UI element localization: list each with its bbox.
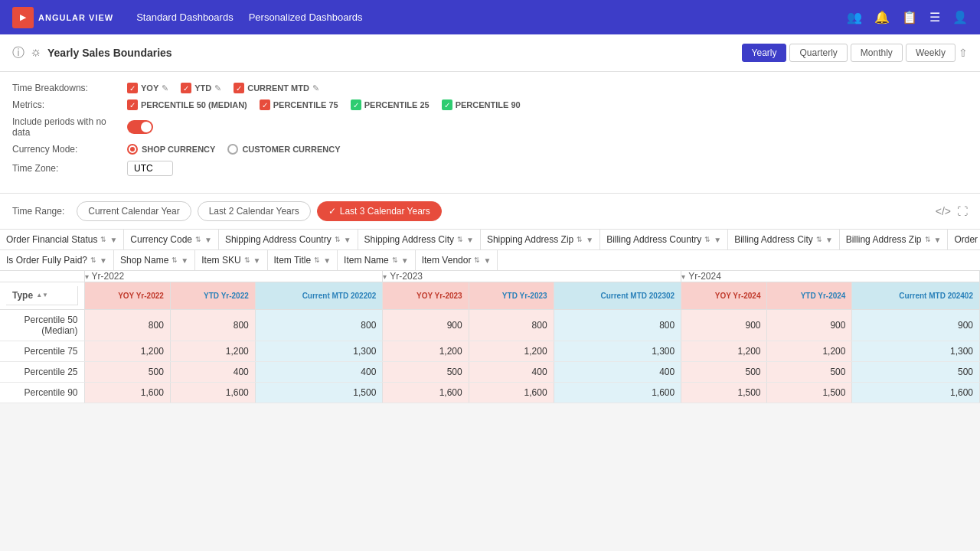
col-mtd-2023[interactable]: Current MTD 202302: [554, 282, 681, 310]
sort-item-sku-icon[interactable]: ⇅: [244, 256, 250, 264]
col-yoy-2024[interactable]: YOY Yr-2024: [681, 282, 767, 310]
filter-shipping-zip[interactable]: Shipping Address Zip ⇅ ▼: [481, 230, 600, 249]
sliders-icon[interactable]: ☰: [929, 10, 940, 24]
user-icon[interactable]: 👤: [952, 10, 968, 24]
tr-btn-current-year[interactable]: Current Calendar Year: [77, 201, 191, 221]
sort-shipping-country-icon[interactable]: ⇅: [335, 236, 341, 243]
include-periods-toggle[interactable]: [127, 120, 153, 134]
currency-mode-row: Currency Mode: SHOP CURRENCY CUSTOMER CU…: [12, 144, 968, 155]
filter-shop-name[interactable]: Shop Name ⇅ ▼: [114, 250, 195, 270]
funnel-item-sku-icon[interactable]: ▼: [253, 256, 261, 265]
help-icon[interactable]: ⓘ: [12, 45, 24, 61]
funnel-order-financial-icon[interactable]: ▼: [109, 236, 117, 244]
col-mtd-2022[interactable]: Current MTD 202202: [255, 282, 383, 310]
funnel-fully-paid-icon[interactable]: ▼: [100, 256, 107, 265]
caret-2023[interactable]: ▾: [383, 272, 387, 281]
funnel-shop-name-icon[interactable]: ▼: [181, 256, 188, 265]
edit-yoy-icon[interactable]: ✎: [162, 83, 168, 93]
checkbox-yoy-icon[interactable]: ✓: [127, 83, 138, 93]
nav-standard-dashboards[interactable]: Standard Dashboards: [136, 11, 233, 23]
funnel-shipping-zip-icon[interactable]: ▼: [586, 236, 593, 244]
radio-shop-currency[interactable]: SHOP CURRENCY: [127, 144, 215, 155]
filter-shipping-zip-label: Shipping Address Zip: [487, 234, 573, 245]
tr-btn-last3[interactable]: ✓ Last 3 Calendar Years: [317, 201, 442, 221]
data-table-wrapper: ▾ Yr-2022 ▾ Yr-2023 ▾ Yr-2024: [0, 271, 980, 403]
col-mtd-2024[interactable]: Current MTD 202402: [852, 282, 980, 310]
funnel-billing-zip-icon[interactable]: ▼: [934, 236, 942, 244]
funnel-currency-icon[interactable]: ▼: [204, 236, 212, 244]
sort-shipping-city-icon[interactable]: ⇅: [457, 236, 463, 243]
sort-fully-paid-icon[interactable]: ⇅: [90, 256, 96, 264]
checkbox-p50-icon[interactable]: ✓: [127, 99, 138, 110]
filter-fully-paid[interactable]: Is Order Fully Paid? ⇅ ▼: [0, 250, 114, 270]
col-yoy-2023[interactable]: YOY Yr-2023: [383, 282, 469, 310]
filter-currency-code[interactable]: Currency Code ⇅ ▼: [124, 230, 219, 249]
funnel-billing-city-icon[interactable]: ▼: [825, 236, 833, 244]
edit-mtd-icon[interactable]: ✎: [312, 83, 319, 93]
filter-item-name[interactable]: Item Name ⇅ ▼: [338, 250, 416, 270]
year-2024-label: Yr-2024: [688, 271, 721, 282]
filter-shipping-city-label: Shipping Address City: [364, 234, 454, 245]
col-yoy-2022[interactable]: YOY Yr-2022: [84, 282, 170, 310]
filter-order-financial[interactable]: Order Financial Status ⇅ ▼: [0, 230, 124, 249]
funnel-shipping-city-icon[interactable]: ▼: [466, 236, 474, 244]
bell-icon[interactable]: 🔔: [874, 10, 890, 24]
nav-personalized-dashboards[interactable]: Personalized Dashboards: [249, 11, 363, 23]
sort-shipping-zip-icon[interactable]: ⇅: [577, 236, 583, 243]
period-btn-weekly[interactable]: Weekly: [906, 44, 956, 62]
tune-icon[interactable]: ⛭: [31, 47, 41, 59]
period-btn-yearly[interactable]: Yearly: [742, 44, 787, 62]
sort-item-vendor-icon[interactable]: ⇅: [474, 256, 480, 264]
funnel-shipping-country-icon[interactable]: ▼: [344, 236, 351, 244]
period-btn-quarterly[interactable]: Quarterly: [789, 44, 847, 62]
filter-item-vendor[interactable]: Item Vendor ⇅ ▼: [416, 250, 498, 270]
code-icon[interactable]: </>: [936, 205, 951, 217]
filter-item-title[interactable]: Item Title ⇅ ▼: [268, 250, 338, 270]
caret-2024[interactable]: ▾: [681, 272, 685, 281]
checkbox-ytd-icon[interactable]: ✓: [181, 83, 191, 93]
period-btn-monthly[interactable]: Monthly: [851, 44, 903, 62]
col-ytd-2023[interactable]: YTD Yr-2023: [469, 282, 554, 310]
funnel-billing-country-icon[interactable]: ▼: [714, 236, 721, 244]
table-cell: 1,200: [170, 341, 255, 362]
filter-billing-city[interactable]: Billing Address City ⇅ ▼: [728, 230, 840, 249]
chevron-up-icon[interactable]: ⇧: [959, 47, 968, 59]
tr-btn-last2[interactable]: Last 2 Calendar Years: [198, 201, 311, 221]
radio-customer-currency[interactable]: CUSTOMER CURRENCY: [227, 144, 340, 155]
filter-billing-zip[interactable]: Billing Address Zip ⇅ ▼: [840, 230, 949, 249]
sort-shop-name-icon[interactable]: ⇅: [172, 256, 178, 264]
checkbox-mtd-icon[interactable]: ✓: [234, 83, 244, 93]
checkbox-p75-icon[interactable]: ✓: [260, 99, 270, 110]
brand-name: ANGULAR VIEW: [38, 13, 113, 22]
edit-ytd-icon[interactable]: ✎: [214, 83, 221, 93]
toggle-on-icon[interactable]: [127, 120, 153, 134]
filter-risk-level[interactable]: Order Risk Level ⇅ ▼: [948, 230, 980, 249]
filter-shipping-city[interactable]: Shipping Address City ⇅ ▼: [358, 230, 481, 249]
col-ytd-2022[interactable]: YTD Yr-2022: [170, 282, 255, 310]
filter-item-vendor-label: Item Vendor: [422, 255, 472, 266]
funnel-item-title-icon[interactable]: ▼: [323, 256, 331, 265]
fullscreen-icon[interactable]: ⛶: [957, 205, 968, 217]
col-ytd-2024[interactable]: YTD Yr-2024: [767, 282, 852, 310]
sort-item-title-icon[interactable]: ⇅: [314, 256, 320, 264]
funnel-item-vendor-icon[interactable]: ▼: [483, 256, 491, 265]
users-icon[interactable]: 👥: [847, 10, 862, 24]
sort-billing-city-icon[interactable]: ⇅: [816, 236, 822, 243]
table-cell: 900: [383, 310, 469, 341]
filter-item-sku[interactable]: Item SKU ⇅ ▼: [195, 250, 267, 270]
sort-currency-icon[interactable]: ⇅: [195, 236, 201, 243]
caret-2022[interactable]: ▾: [85, 272, 89, 281]
sort-order-financial-icon[interactable]: ⇅: [100, 236, 106, 243]
funnel-item-name-icon[interactable]: ▼: [401, 256, 409, 265]
table-cell: 1,500: [681, 383, 767, 403]
sort-item-name-icon[interactable]: ⇅: [392, 256, 398, 264]
type-sort-icon[interactable]: ▲▼: [36, 292, 48, 298]
clipboard-nav-icon[interactable]: 📋: [902, 10, 917, 24]
checkbox-p25-icon[interactable]: ✓: [351, 99, 361, 110]
sort-billing-zip-icon[interactable]: ⇅: [925, 236, 931, 243]
filter-shipping-country[interactable]: Shipping Address Country ⇅ ▼: [219, 230, 358, 249]
filter-billing-country[interactable]: Billing Address Country ⇅ ▼: [600, 230, 728, 249]
sort-billing-country-icon[interactable]: ⇅: [704, 236, 710, 243]
timezone-input[interactable]: [127, 161, 173, 176]
checkbox-p90-icon[interactable]: ✓: [442, 99, 452, 110]
